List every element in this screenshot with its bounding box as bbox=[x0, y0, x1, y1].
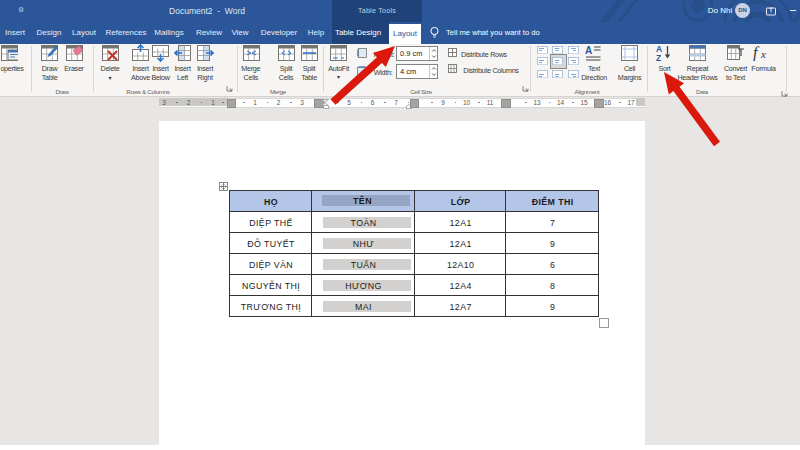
svg-text:f: f bbox=[753, 44, 760, 61]
svg-text:Z: Z bbox=[656, 53, 661, 62]
svg-text:A: A bbox=[585, 45, 592, 56]
svg-text:x: x bbox=[760, 48, 766, 60]
